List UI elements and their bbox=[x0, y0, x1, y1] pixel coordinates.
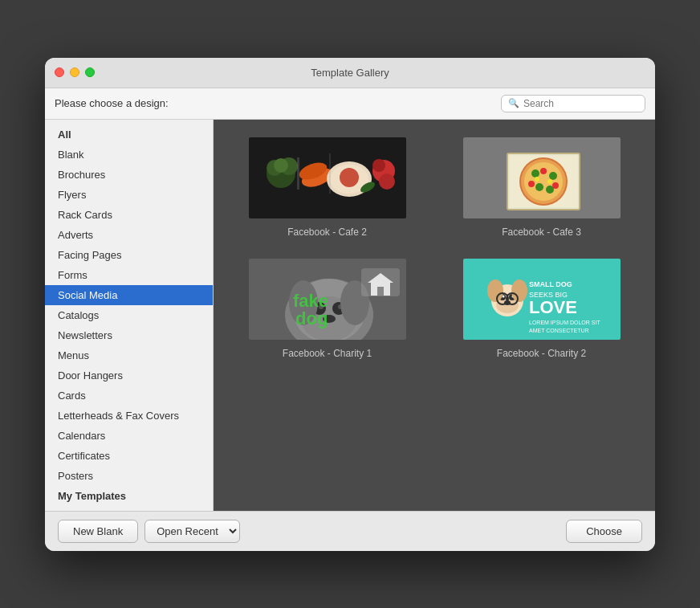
search-input[interactable] bbox=[523, 98, 638, 109]
svg-point-57 bbox=[487, 280, 503, 302]
content-area: Facebook - Cafe 2 Facebook - Cafe 3 bbox=[214, 120, 655, 511]
template-thumb-fb-cafe2 bbox=[247, 136, 408, 220]
new-blank-button[interactable]: New Blank bbox=[58, 520, 138, 543]
svg-point-58 bbox=[511, 280, 527, 302]
template-gallery-window: Template Gallery Please choose a design:… bbox=[45, 58, 655, 551]
sidebar-item-door-hangers[interactable]: Door Hangers bbox=[45, 365, 213, 386]
sidebar-item-brochures[interactable]: Brochures bbox=[45, 165, 213, 185]
svg-point-23 bbox=[549, 172, 557, 180]
svg-point-30 bbox=[547, 179, 552, 184]
template-label-fb-charity2: Facebook - Charity 2 bbox=[497, 348, 586, 359]
sidebar-item-social-media[interactable]: Social Media bbox=[45, 285, 213, 305]
sidebar-item-certificates[interactable]: Certificates bbox=[45, 446, 213, 466]
search-box: 🔍 bbox=[501, 95, 645, 112]
sidebar-item-calendars[interactable]: Calendars bbox=[45, 426, 213, 446]
svg-point-9 bbox=[340, 168, 359, 187]
traffic-lights bbox=[55, 67, 95, 77]
sidebar-item-adverts[interactable]: Adverts bbox=[45, 225, 213, 245]
open-recent-select[interactable]: Open Recent bbox=[144, 520, 240, 543]
sidebar-item-all[interactable]: All bbox=[45, 124, 213, 145]
template-card-fb-charity2[interactable]: SMALL DOG SEEKS BIG LOVE LOREM IPSUM DOL… bbox=[444, 257, 639, 359]
sidebar: AllBlankBrochuresFlyersRack CardsAdverts… bbox=[45, 120, 214, 511]
sidebar-item-cards[interactable]: Cards bbox=[45, 386, 213, 406]
sidebar-item-rack-cards[interactable]: Rack Cards bbox=[45, 205, 213, 225]
template-card-fb-cafe3[interactable]: Facebook - Cafe 3 bbox=[444, 136, 639, 238]
sidebar-item-posters[interactable]: Posters bbox=[45, 466, 213, 486]
svg-point-27 bbox=[528, 181, 535, 187]
sidebar-item-newsletters[interactable]: Newsletters bbox=[45, 325, 213, 345]
sidebar-item-flyers[interactable]: Flyers bbox=[45, 185, 213, 205]
choose-button[interactable]: Choose bbox=[566, 520, 642, 543]
top-bar: Please choose a design: 🔍 bbox=[45, 88, 655, 120]
minimize-button[interactable] bbox=[70, 67, 79, 77]
svg-text:SMALL DOG: SMALL DOG bbox=[529, 280, 572, 288]
svg-text:dog: dog bbox=[295, 308, 328, 328]
svg-rect-14 bbox=[297, 157, 299, 190]
close-button[interactable] bbox=[55, 67, 64, 77]
template-label-fb-cafe3: Facebook - Cafe 3 bbox=[502, 226, 581, 238]
svg-point-24 bbox=[535, 183, 543, 191]
window-title: Template Gallery bbox=[311, 67, 389, 79]
template-label-fb-cafe2: Facebook - Cafe 2 bbox=[287, 226, 367, 238]
svg-point-26 bbox=[540, 168, 547, 174]
sidebar-item-forms[interactable]: Forms bbox=[45, 265, 213, 285]
svg-text:AMET CONSECTETUR: AMET CONSECTETUR bbox=[529, 328, 589, 333]
template-thumb-fb-charity2: SMALL DOG SEEKS BIG LOVE LOREM IPSUM DOL… bbox=[462, 257, 622, 341]
svg-point-28 bbox=[552, 182, 559, 189]
titlebar: Template Gallery bbox=[45, 58, 655, 88]
svg-rect-15 bbox=[329, 153, 331, 194]
template-card-fb-charity1[interactable]: fake dog Facebook - Charity 1 bbox=[230, 257, 425, 359]
bottom-bar: New Blank Open Recent Choose bbox=[45, 511, 655, 551]
sidebar-item-letterheads-fax[interactable]: Letterheads & Fax Covers bbox=[45, 406, 213, 426]
svg-text:LOREM IPSUM DOLOR SIT: LOREM IPSUM DOLOR SIT bbox=[529, 320, 600, 325]
sidebar-item-blank[interactable]: Blank bbox=[45, 145, 213, 165]
svg-point-12 bbox=[379, 173, 395, 190]
sidebar-item-facing-pages[interactable]: Facing Pages bbox=[45, 245, 213, 265]
svg-point-22 bbox=[531, 169, 539, 178]
bottom-left: New Blank Open Recent bbox=[58, 520, 240, 543]
svg-text:LOVE: LOVE bbox=[529, 297, 577, 317]
maximize-button[interactable] bbox=[85, 67, 95, 77]
svg-rect-46 bbox=[377, 287, 384, 296]
template-label-fb-charity1: Facebook - Charity 1 bbox=[283, 348, 372, 359]
main-content: AllBlankBrochuresFlyersRack CardsAdverts… bbox=[45, 120, 655, 511]
template-thumb-fb-cafe3 bbox=[462, 136, 622, 220]
template-thumb-fb-charity1: fake dog bbox=[247, 257, 408, 341]
svg-point-29 bbox=[535, 177, 539, 182]
sidebar-item-my-templates[interactable]: My Templates bbox=[45, 486, 213, 506]
sidebar-item-catalogs[interactable]: Catalogs bbox=[45, 305, 213, 325]
template-card-fb-cafe2[interactable]: Facebook - Cafe 2 bbox=[230, 136, 425, 238]
svg-point-4 bbox=[274, 158, 288, 173]
sidebar-item-menus[interactable]: Menus bbox=[45, 345, 213, 365]
search-icon: 🔍 bbox=[508, 98, 519, 108]
choose-design-label: Please choose a design: bbox=[55, 97, 169, 109]
svg-point-11 bbox=[372, 159, 385, 172]
